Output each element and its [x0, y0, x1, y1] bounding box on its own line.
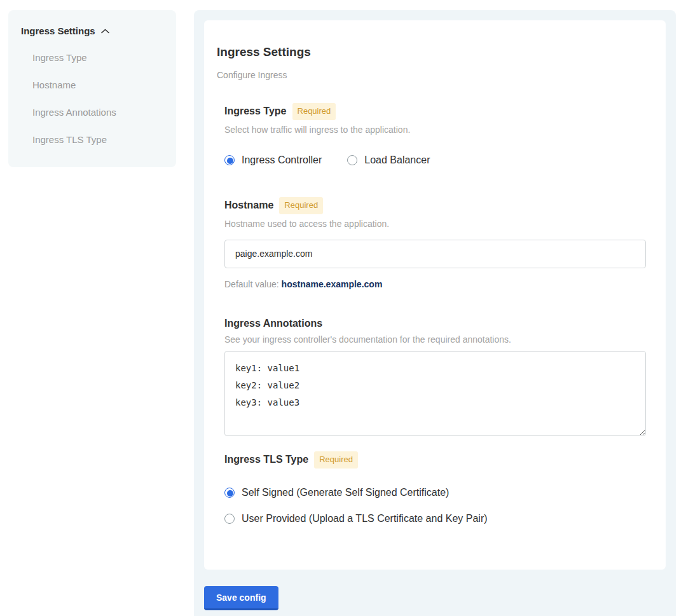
radio-selected-icon [224, 155, 235, 165]
section-label: Hostname [224, 199, 273, 212]
radio-user-provided[interactable]: User Provided (Upload a TLS Certificate … [224, 512, 645, 525]
radio-label: Ingress Controller [242, 154, 322, 167]
radio-self-signed[interactable]: Self Signed (Generate Self Signed Certif… [224, 486, 645, 499]
section-help-text: See your ingress controller's documentat… [224, 334, 645, 345]
section-heading: Ingress Type Required [224, 103, 645, 120]
tls-type-options: Self Signed (Generate Self Signed Certif… [224, 486, 645, 525]
page: Ingress Settings Ingress Type Hostname I… [0, 0, 693, 616]
section-heading: Hostname Required [224, 197, 645, 214]
section-label: Ingress Annotations [224, 317, 322, 330]
config-area: Ingress Settings Configure Ingress Ingre… [194, 10, 676, 616]
radio-label: Self Signed (Generate Self Signed Certif… [242, 486, 449, 499]
radio-ingress-controller[interactable]: Ingress Controller [224, 154, 322, 167]
default-value-line: Default value:hostname.example.com [224, 279, 645, 289]
save-config-button[interactable]: Save config [204, 586, 278, 610]
page-subtitle: Configure Ingress [217, 70, 645, 80]
section-help-text: Select how traffic will ingress to the a… [224, 125, 645, 135]
sidebar-item-ingress-tls-type[interactable]: Ingress TLS Type [8, 134, 176, 146]
section-ingress-annotations: Ingress Annotations See your ingress con… [224, 317, 645, 436]
section-label: Ingress Type [224, 105, 287, 118]
section-heading: Ingress Annotations [224, 317, 645, 330]
radio-unselected-icon [224, 514, 235, 524]
sidebar-group-label: Ingress Settings [21, 25, 95, 36]
section-hostname: Hostname Required Hostname used to acces… [224, 197, 645, 289]
required-badge: Required [279, 197, 323, 214]
config-sidebar: Ingress Settings Ingress Type Hostname I… [8, 10, 176, 167]
chevron-up-icon [101, 29, 109, 34]
sidebar-item-ingress-annotations[interactable]: Ingress Annotations [8, 107, 176, 118]
page-title: Ingress Settings [217, 45, 645, 59]
section-ingress-tls-type: Ingress TLS Type Required Self Signed (G… [224, 451, 645, 525]
hostname-input[interactable] [224, 240, 646, 268]
default-value: hostname.example.com [282, 279, 383, 289]
radio-label: Load Balancer [364, 154, 430, 167]
radio-unselected-icon [347, 155, 357, 165]
sidebar-group-ingress-settings[interactable]: Ingress Settings [8, 25, 176, 36]
radio-selected-icon [224, 488, 235, 498]
section-ingress-type: Ingress Type Required Select how traffic… [224, 103, 645, 167]
ingress-type-options: Ingress Controller Load Balancer [224, 154, 645, 167]
config-card: Ingress Settings Configure Ingress Ingre… [204, 20, 666, 570]
section-label: Ingress TLS Type [224, 453, 308, 466]
required-badge: Required [314, 451, 358, 469]
sidebar-item-hostname[interactable]: Hostname [8, 79, 176, 91]
default-value-label: Default value: [224, 279, 279, 289]
section-help-text: Hostname used to access the application. [224, 219, 645, 229]
radio-load-balancer[interactable]: Load Balancer [347, 154, 430, 167]
section-heading: Ingress TLS Type Required [224, 451, 645, 469]
required-badge: Required [292, 103, 336, 120]
annotations-textarea[interactable]: key1: value1 key2: value2 key3: value3 [224, 351, 646, 436]
radio-label: User Provided (Upload a TLS Certificate … [242, 512, 488, 525]
sidebar-item-ingress-type[interactable]: Ingress Type [8, 52, 176, 64]
